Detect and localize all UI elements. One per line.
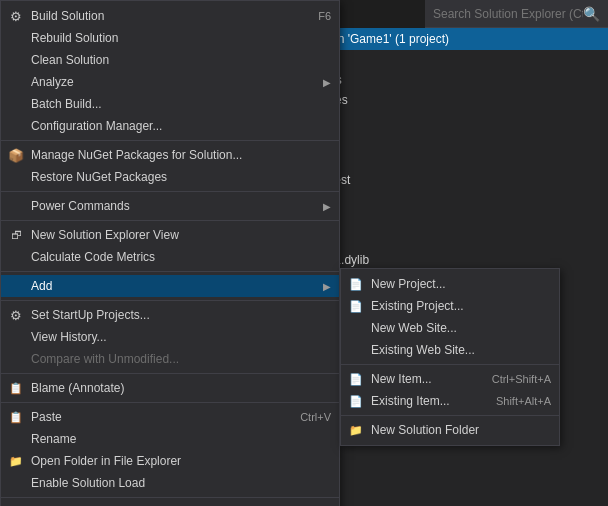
menu-label: View History... bbox=[31, 330, 107, 344]
submenu-add: 📄 New Project... 📄 Existing Project... N… bbox=[340, 268, 560, 446]
menu-item-compare-unmodified: Compare with Unmodified... bbox=[1, 348, 339, 370]
menu-label: New Web Site... bbox=[371, 321, 457, 335]
startup-icon: ⚙ bbox=[7, 308, 25, 323]
menu-label: Batch Build... bbox=[31, 97, 102, 111]
menu-item-analyze[interactable]: Analyze ▶ bbox=[1, 71, 339, 93]
menu-label: Calculate Code Metrics bbox=[31, 250, 155, 264]
folder-icon: 📁 bbox=[7, 455, 25, 468]
menu-label: Restore NuGet Packages bbox=[31, 170, 167, 184]
menu-label: Existing Project... bbox=[371, 299, 464, 313]
menu-item-rename[interactable]: Rename bbox=[1, 428, 339, 450]
separator-7 bbox=[1, 402, 339, 403]
paste-icon: 📋 bbox=[7, 411, 25, 424]
menu-item-paste[interactable]: 📋 Paste Ctrl+V bbox=[1, 406, 339, 428]
menu-item-set-startup-projects[interactable]: ⚙ Set StartUp Projects... bbox=[1, 304, 339, 326]
menu-label: Enable Solution Load bbox=[31, 476, 145, 490]
menu-item-properties[interactable]: 🔧 Properties Alt+Enter bbox=[1, 501, 339, 506]
menu-label: Analyze bbox=[31, 75, 74, 89]
search-input[interactable] bbox=[433, 7, 583, 21]
power-commands-arrow: ▶ bbox=[323, 201, 331, 212]
context-menu-main: ⚙ Build Solution F6 Rebuild Solution Cle… bbox=[0, 0, 340, 506]
search-bar: 🔍 bbox=[425, 0, 608, 28]
menu-item-new-solution-explorer-view[interactable]: 🗗 New Solution Explorer View bbox=[1, 224, 339, 246]
menu-item-configuration-manager[interactable]: Configuration Manager... bbox=[1, 115, 339, 137]
add-arrow: ▶ bbox=[323, 281, 331, 292]
menu-label: Rebuild Solution bbox=[31, 31, 118, 45]
search-icon[interactable]: 🔍 bbox=[583, 6, 600, 22]
menu-label: Add bbox=[31, 279, 52, 293]
menu-label: New Project... bbox=[371, 277, 446, 291]
new-item-icon: 📄 bbox=[347, 373, 365, 386]
existing-item-shortcut: Shift+Alt+A bbox=[476, 395, 551, 407]
submenu-item-existing-item[interactable]: 📄 Existing Item... Shift+Alt+A bbox=[341, 390, 559, 412]
menu-item-power-commands[interactable]: Power Commands ▶ bbox=[1, 195, 339, 217]
separator-4 bbox=[1, 271, 339, 272]
submenu-item-new-solution-folder[interactable]: 📁 New Solution Folder bbox=[341, 419, 559, 441]
submenu-separator-1 bbox=[341, 364, 559, 365]
separator-8 bbox=[1, 497, 339, 498]
menu-label: Set StartUp Projects... bbox=[31, 308, 150, 322]
menu-label: Compare with Unmodified... bbox=[31, 352, 179, 366]
menu-label: Manage NuGet Packages for Solution... bbox=[31, 148, 242, 162]
analyze-arrow: ▶ bbox=[323, 77, 331, 88]
build-icon: ⚙ bbox=[7, 9, 25, 24]
menu-item-clean-solution[interactable]: Clean Solution bbox=[1, 49, 339, 71]
menu-item-build-solution[interactable]: ⚙ Build Solution F6 bbox=[1, 5, 339, 27]
separator-1 bbox=[1, 140, 339, 141]
menu-item-view-history[interactable]: View History... bbox=[1, 326, 339, 348]
separator-2 bbox=[1, 191, 339, 192]
submenu-item-new-web-site[interactable]: New Web Site... bbox=[341, 317, 559, 339]
menu-item-blame-annotate[interactable]: 📋 Blame (Annotate) bbox=[1, 377, 339, 399]
submenu-item-existing-project[interactable]: 📄 Existing Project... bbox=[341, 295, 559, 317]
menu-item-restore-nuget[interactable]: Restore NuGet Packages bbox=[1, 166, 339, 188]
submenu-item-new-project[interactable]: 📄 New Project... bbox=[341, 273, 559, 295]
nuget-icon: 📦 bbox=[7, 148, 25, 163]
solution-folder-icon: 📁 bbox=[347, 424, 365, 437]
menu-label: New Item... bbox=[371, 372, 432, 386]
menu-label: Clean Solution bbox=[31, 53, 109, 67]
submenu-item-existing-web-site[interactable]: Existing Web Site... bbox=[341, 339, 559, 361]
new-project-icon: 📄 bbox=[347, 278, 365, 291]
menu-item-rebuild-solution[interactable]: Rebuild Solution bbox=[1, 27, 339, 49]
separator-5 bbox=[1, 300, 339, 301]
menu-label: Power Commands bbox=[31, 199, 130, 213]
menu-label: Blame (Annotate) bbox=[31, 381, 124, 395]
existing-item-icon: 📄 bbox=[347, 395, 365, 408]
sol-explorer-icon: 🗗 bbox=[7, 229, 25, 241]
menu-label: Existing Web Site... bbox=[371, 343, 475, 357]
blame-icon: 📋 bbox=[7, 382, 25, 395]
build-shortcut: F6 bbox=[298, 10, 331, 22]
menu-item-enable-solution-load[interactable]: Enable Solution Load bbox=[1, 472, 339, 494]
menu-label: New Solution Explorer View bbox=[31, 228, 179, 242]
menu-label: Open Folder in File Explorer bbox=[31, 454, 181, 468]
submenu-separator-2 bbox=[341, 415, 559, 416]
menu-item-batch-build[interactable]: Batch Build... bbox=[1, 93, 339, 115]
paste-shortcut: Ctrl+V bbox=[280, 411, 331, 423]
menu-label: Build Solution bbox=[31, 9, 104, 23]
menu-label: Rename bbox=[31, 432, 76, 446]
menu-item-manage-nuget[interactable]: 📦 Manage NuGet Packages for Solution... bbox=[1, 144, 339, 166]
menu-item-calculate-code-metrics[interactable]: Calculate Code Metrics bbox=[1, 246, 339, 268]
menu-label: Existing Item... bbox=[371, 394, 450, 408]
new-item-shortcut: Ctrl+Shift+A bbox=[472, 373, 551, 385]
separator-6 bbox=[1, 373, 339, 374]
submenu-item-new-item[interactable]: 📄 New Item... Ctrl+Shift+A bbox=[341, 368, 559, 390]
menu-item-open-folder[interactable]: 📁 Open Folder in File Explorer bbox=[1, 450, 339, 472]
separator-3 bbox=[1, 220, 339, 221]
menu-label: New Solution Folder bbox=[371, 423, 479, 437]
existing-project-icon: 📄 bbox=[347, 300, 365, 313]
menu-label: Paste bbox=[31, 410, 62, 424]
menu-label: Configuration Manager... bbox=[31, 119, 162, 133]
menu-item-add[interactable]: Add ▶ bbox=[1, 275, 339, 297]
